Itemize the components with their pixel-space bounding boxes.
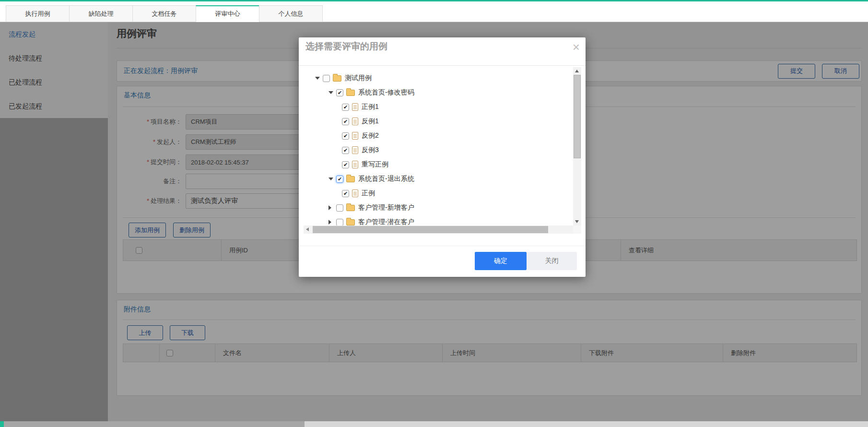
tree-row: 客户管理-潜在客户 <box>304 215 573 225</box>
scroll-left-arrow-icon[interactable] <box>306 227 309 231</box>
close-icon[interactable]: × <box>573 37 580 57</box>
tree-checkbox[interactable] <box>323 75 330 82</box>
tree-checkbox[interactable]: ✔ <box>342 132 349 140</box>
document-icon <box>352 132 358 140</box>
tab-defect-handling[interactable]: 缺陷处理 <box>69 5 133 22</box>
browser-horizontal-scrollbar[interactable] <box>0 421 868 427</box>
tree-row: ✔ 正例1 <box>304 100 573 114</box>
tree-node-label[interactable]: 反例3 <box>362 146 379 154</box>
tree-node-label[interactable]: 系统首页-修改密码 <box>358 88 414 97</box>
tree-node-label[interactable]: 反例2 <box>362 131 379 140</box>
tab-label: 缺陷处理 <box>89 10 114 18</box>
tree-checkbox[interactable]: ✔ <box>342 190 349 197</box>
scrollbar-thumb[interactable] <box>4 421 305 427</box>
divider <box>299 246 586 246</box>
tree-checkbox[interactable]: ✔ <box>336 89 343 96</box>
tree-checkbox[interactable] <box>336 204 343 212</box>
tree-checkbox[interactable]: ✔ <box>342 104 349 111</box>
tree-node-label[interactable]: 正例 <box>362 189 375 198</box>
folder-icon <box>346 176 355 182</box>
case-tree: 测试用例 ✔ 系统首页-修改密码 ✔ 正例1 ✔ 反例1 <box>304 67 581 234</box>
tree-node-label[interactable]: 正例1 <box>362 103 379 111</box>
expand-arrow-icon[interactable] <box>328 205 336 210</box>
tab-label: 评审中心 <box>215 10 240 18</box>
app-window: 执行用例 缺陷处理 文档任务 评审中心 个人信息 流程发起 待处理流程 已处理流… <box>0 0 868 427</box>
tree-row: ✔ 反例2 <box>304 129 573 143</box>
tree-node-label[interactable]: 客户管理-潜在客户 <box>358 218 414 225</box>
tab-label: 执行用例 <box>25 10 50 18</box>
tree-vertical-scrollbar[interactable] <box>573 67 581 225</box>
tree-row: ✔ 反例1 <box>304 114 573 129</box>
confirm-button[interactable]: 确定 <box>475 252 527 270</box>
tab-review-center[interactable]: 评审中心 <box>196 5 259 22</box>
document-icon <box>352 190 358 197</box>
tab-personal-info[interactable]: 个人信息 <box>259 5 323 22</box>
scrollbar-thumb[interactable] <box>574 75 581 158</box>
tab-execute-cases[interactable]: 执行用例 <box>6 5 70 22</box>
tree-checkbox[interactable]: ✔ <box>342 161 349 168</box>
tree-checkbox-focused[interactable]: ✔ <box>336 176 343 183</box>
divider <box>299 65 586 66</box>
tab-document-tasks[interactable]: 文档任务 <box>132 5 196 22</box>
tree-row: 测试用例 <box>304 71 573 85</box>
folder-icon <box>346 219 355 225</box>
tab-label: 个人信息 <box>279 10 304 18</box>
tree-row: 客户管理-新增客户 <box>304 201 573 215</box>
scrollbar-thumb[interactable] <box>313 226 548 233</box>
select-cases-dialog: 选择需要评审的用例 × 测试用例 ✔ 系统首页-修改密码 ✔ <box>299 37 586 277</box>
scroll-down-arrow-icon[interactable] <box>575 220 579 223</box>
document-icon <box>352 161 358 168</box>
tree-node-label[interactable]: 测试用例 <box>345 74 372 83</box>
collapse-arrow-icon[interactable] <box>328 91 336 94</box>
tree-row: ✔ 正例 <box>304 186 573 201</box>
close-button[interactable]: 关闭 <box>527 252 577 270</box>
tree-node-label[interactable]: 重写正例 <box>362 160 388 169</box>
top-tab-bar: 执行用例 缺陷处理 文档任务 评审中心 个人信息 <box>0 1 868 22</box>
tree-row: ✔ 系统首页-退出系统 <box>304 172 573 186</box>
scroll-up-arrow-icon[interactable] <box>575 70 579 72</box>
document-icon <box>352 103 358 111</box>
tree-checkbox[interactable]: ✔ <box>342 118 349 125</box>
document-icon <box>352 118 358 125</box>
dialog-title: 选择需要评审的用例 <box>305 40 387 53</box>
expand-arrow-icon[interactable] <box>328 220 336 225</box>
collapse-arrow-icon[interactable] <box>315 77 323 80</box>
tree-row: ✔ 反例3 <box>304 143 573 157</box>
tree-node-label[interactable]: 反例1 <box>362 117 379 126</box>
tree-node-label[interactable]: 系统首页-退出系统 <box>358 175 414 183</box>
tree-node-label[interactable]: 客户管理-新增客户 <box>358 203 414 212</box>
collapse-arrow-icon[interactable] <box>328 178 336 180</box>
bottom-left-accent-fragment <box>0 421 4 427</box>
folder-icon <box>346 205 355 211</box>
folder-icon <box>346 90 355 96</box>
folder-icon <box>333 75 341 82</box>
tree-checkbox[interactable]: ✔ <box>342 147 349 154</box>
tree-row: ✔ 重写正例 <box>304 157 573 172</box>
tree-row: ✔ 系统首页-修改密码 <box>304 85 573 100</box>
scrollbar-corner <box>573 225 581 234</box>
tree-horizontal-scrollbar[interactable] <box>304 225 573 234</box>
tree-checkbox[interactable] <box>336 219 343 226</box>
tab-label: 文档任务 <box>152 10 177 18</box>
document-icon <box>352 146 358 154</box>
